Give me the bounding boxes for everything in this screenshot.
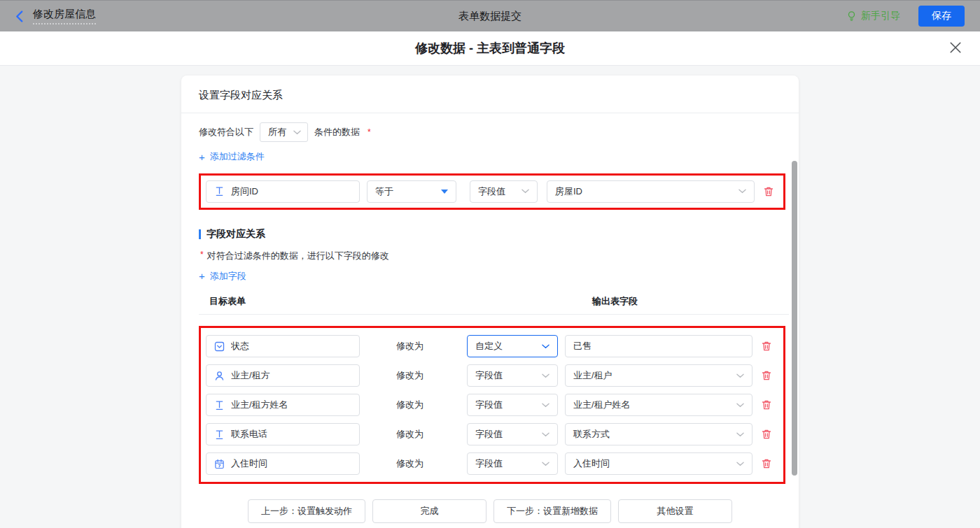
page-title: 表单数据提交 xyxy=(0,10,980,23)
chevron-down-icon xyxy=(736,462,744,466)
text-field-icon xyxy=(214,186,225,197)
column-target-form: 目标表单 xyxy=(209,295,592,308)
mapping-section-title: 字段对应关系 xyxy=(199,228,799,241)
wizard-footer: 上一步：设置触发动作 完成 下一步：设置新增数据 其他设置 xyxy=(181,499,799,523)
chevron-down-icon xyxy=(736,432,744,437)
output-field-select[interactable]: 业主/租户姓名 xyxy=(565,394,752,416)
lightbulb-icon xyxy=(846,10,857,22)
chevron-down-icon xyxy=(738,189,746,194)
custom-value-input[interactable]: 已售 xyxy=(565,335,752,357)
trash-icon[interactable] xyxy=(763,186,774,197)
modify-type-select[interactable]: 字段值 xyxy=(467,423,558,445)
modal-header: 修改数据 - 主表到普通字段 xyxy=(0,31,980,66)
topbar: 修改房屋信息 表单数据提交 新手引导 保存 xyxy=(0,0,980,31)
chevron-down-icon xyxy=(542,344,550,349)
modify-label: 修改为 xyxy=(396,457,433,470)
output-field-select[interactable]: 联系方式 xyxy=(565,423,752,445)
modify-type-select[interactable]: 字段值 xyxy=(467,452,558,475)
chevron-down-icon xyxy=(542,403,550,408)
target-field[interactable]: 入住时间 xyxy=(206,452,360,475)
back-button[interactable] xyxy=(15,10,23,22)
mapping-row: 业主/租方 修改为 字段值 业主/租户 xyxy=(206,364,778,387)
trash-icon[interactable] xyxy=(761,370,772,381)
chevron-down-icon xyxy=(542,462,550,466)
chevron-down-icon xyxy=(542,373,550,378)
modify-label: 修改为 xyxy=(396,369,433,382)
section-accent-bar xyxy=(199,229,201,239)
mapping-column-headers: 目标表单 输出表字段 xyxy=(199,295,781,308)
trash-icon[interactable] xyxy=(761,429,772,440)
filter-field-input[interactable]: 房间ID xyxy=(206,180,360,203)
done-button[interactable]: 完成 xyxy=(372,499,486,523)
mapping-row: 联系电话 修改为 字段值 联系方式 xyxy=(206,423,778,445)
date-field-icon xyxy=(214,459,225,469)
output-field-select[interactable]: 入住时间 xyxy=(565,452,752,475)
column-divider xyxy=(199,314,789,315)
column-output-field: 输出表字段 xyxy=(592,295,638,308)
target-field[interactable]: 状态 xyxy=(206,335,360,357)
save-button[interactable]: 保存 xyxy=(918,6,965,27)
match-mode-select[interactable]: 所有 xyxy=(260,122,308,142)
field-mapping-panel: 设置字段对应关系 修改符合以下 所有 条件的数据 * + 添加过滤条件 xyxy=(181,76,799,528)
target-field[interactable]: 联系电话 xyxy=(206,423,360,445)
mapping-row: 状态 修改为 自定义 已售 xyxy=(206,335,778,357)
filter-highlight-box: 房间ID 等于 字段值 房屋ID xyxy=(199,173,785,210)
prev-step-button[interactable]: 上一步：设置触发动作 xyxy=(248,499,365,523)
chevron-down-icon xyxy=(522,189,529,194)
modal-title: 修改数据 - 主表到普通字段 xyxy=(415,40,565,57)
modify-label: 修改为 xyxy=(396,399,433,411)
chevron-down-icon xyxy=(736,403,744,408)
trash-icon[interactable] xyxy=(761,341,772,352)
mapping-highlight-box: 状态 修改为 自定义 已售 xyxy=(199,326,785,484)
modify-label: 修改为 xyxy=(396,428,433,441)
filter-condition-row: 房间ID 等于 字段值 房屋ID xyxy=(206,180,778,203)
chevron-down-icon xyxy=(542,432,550,437)
modify-type-select[interactable]: 字段值 xyxy=(467,394,558,416)
mapping-section-desc: * 对符合过滤条件的数据，进行以下字段的修改 xyxy=(199,250,799,262)
mapping-row: 业主/租方姓名 修改为 字段值 业主/租户姓名 xyxy=(206,394,778,416)
trash-icon[interactable] xyxy=(761,399,772,411)
select-field-icon xyxy=(214,341,225,352)
close-icon[interactable] xyxy=(949,41,962,54)
value-field-select[interactable]: 房屋ID xyxy=(547,180,755,203)
beginner-guide-link[interactable]: 新手引导 xyxy=(846,10,900,22)
beginner-guide-label: 新手引导 xyxy=(861,10,900,22)
operator-select[interactable]: 等于 xyxy=(367,180,456,203)
required-mark: * xyxy=(368,127,371,137)
caret-down-icon xyxy=(441,190,448,194)
plus-icon: + xyxy=(199,151,205,163)
next-step-button[interactable]: 下一步：设置新增数据 xyxy=(493,499,611,523)
form-name-label[interactable]: 修改房屋信息 xyxy=(33,8,96,24)
scrollbar[interactable] xyxy=(792,161,797,476)
text-field-icon xyxy=(214,400,225,411)
target-field[interactable]: 业主/租方 xyxy=(206,364,360,387)
value-type-select[interactable]: 字段值 xyxy=(470,180,538,203)
mapping-row: 入住时间 修改为 字段值 入住时间 xyxy=(206,452,778,475)
modify-type-select[interactable]: 字段值 xyxy=(467,364,558,387)
member-field-icon xyxy=(214,371,225,381)
modify-label: 修改为 xyxy=(396,340,433,352)
other-settings-button[interactable]: 其他设置 xyxy=(618,499,732,523)
modal-body: 设置字段对应关系 修改符合以下 所有 条件的数据 * + 添加过滤条件 xyxy=(0,66,980,528)
text-field-icon xyxy=(214,429,225,440)
chevron-left-icon xyxy=(15,10,23,22)
chevron-down-icon xyxy=(736,373,744,378)
output-field-select[interactable]: 业主/租户 xyxy=(565,364,752,387)
add-field-link[interactable]: + 添加字段 xyxy=(199,270,246,283)
modify-type-select[interactable]: 自定义 xyxy=(467,335,558,357)
target-field[interactable]: 业主/租方姓名 xyxy=(206,394,360,416)
filter-suffix-label: 条件的数据 xyxy=(314,126,360,138)
add-filter-condition-link[interactable]: + 添加过滤条件 xyxy=(199,150,265,163)
panel-heading: 设置字段对应关系 xyxy=(181,76,799,113)
trash-icon[interactable] xyxy=(761,458,772,469)
plus-icon: + xyxy=(199,270,205,282)
filter-prefix-label: 修改符合以下 xyxy=(199,126,253,138)
chevron-down-icon xyxy=(293,130,301,135)
